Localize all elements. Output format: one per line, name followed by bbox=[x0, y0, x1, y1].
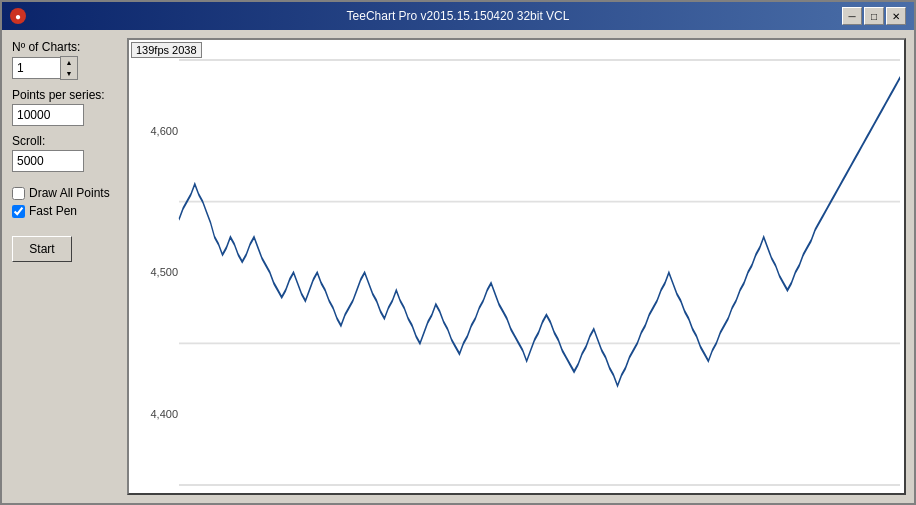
y-axis: 4,600 4,500 4,400 bbox=[131, 40, 181, 493]
fast-pen-checkbox[interactable] bbox=[12, 205, 25, 218]
left-panel: Nº of Charts: ▲ ▼ Points per series: Scr… bbox=[2, 30, 127, 503]
fast-pen-label: Fast Pen bbox=[29, 204, 77, 218]
fast-pen-item[interactable]: Fast Pen bbox=[12, 204, 117, 218]
fps-badge: 139fps 2038 bbox=[131, 42, 202, 58]
points-per-series-label: Points per series: bbox=[12, 88, 117, 102]
num-charts-control: ▲ ▼ bbox=[12, 56, 117, 80]
y-label-bot: 4,400 bbox=[133, 408, 178, 420]
chart-svg bbox=[179, 60, 900, 485]
minimize-button[interactable]: ─ bbox=[842, 7, 862, 25]
right-panel: 139fps 2038 4,600 4,500 4,400 bbox=[127, 30, 914, 503]
chart-plot-area bbox=[179, 60, 900, 485]
draw-all-points-label: Draw All Points bbox=[29, 186, 110, 200]
title-bar: ● TeeChart Pro v2015.15.150420 32bit VCL… bbox=[2, 2, 914, 30]
num-charts-down[interactable]: ▼ bbox=[61, 68, 77, 79]
title-bar-left: ● bbox=[10, 8, 26, 24]
start-button[interactable]: Start bbox=[12, 236, 72, 262]
chart-container: 139fps 2038 4,600 4,500 4,400 bbox=[127, 38, 906, 495]
scroll-input[interactable] bbox=[12, 150, 84, 172]
app-icon: ● bbox=[10, 8, 26, 24]
window-title: TeeChart Pro v2015.15.150420 32bit VCL bbox=[347, 9, 570, 23]
num-charts-spinner: ▲ ▼ bbox=[60, 56, 78, 80]
num-charts-label: Nº of Charts: bbox=[12, 40, 117, 54]
window-body: Nº of Charts: ▲ ▼ Points per series: Scr… bbox=[2, 30, 914, 503]
points-per-series-input[interactable] bbox=[12, 104, 84, 126]
close-button[interactable]: ✕ bbox=[886, 7, 906, 25]
draw-all-points-item[interactable]: Draw All Points bbox=[12, 186, 117, 200]
window-controls: ─ □ ✕ bbox=[842, 7, 906, 25]
points-per-series-group: Points per series: bbox=[12, 88, 117, 126]
maximize-button[interactable]: □ bbox=[864, 7, 884, 25]
checkbox-group: Draw All Points Fast Pen bbox=[12, 186, 117, 218]
num-charts-up[interactable]: ▲ bbox=[61, 57, 77, 68]
main-window: ● TeeChart Pro v2015.15.150420 32bit VCL… bbox=[0, 0, 916, 505]
scroll-group: Scroll: bbox=[12, 134, 117, 172]
num-charts-input[interactable] bbox=[12, 57, 60, 79]
num-charts-group: Nº of Charts: ▲ ▼ bbox=[12, 40, 117, 80]
draw-all-points-checkbox[interactable] bbox=[12, 187, 25, 200]
scroll-label: Scroll: bbox=[12, 134, 117, 148]
y-label-top: 4,600 bbox=[133, 125, 178, 137]
y-label-mid: 4,500 bbox=[133, 266, 178, 278]
